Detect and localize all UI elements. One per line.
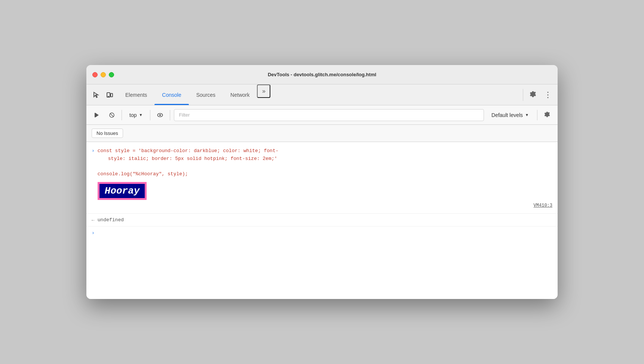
inspect-element-button[interactable] (89, 88, 103, 102)
devtools-window: DevTools - devtools.glitch.me/console/lo… (86, 65, 558, 299)
console-output: › const style = 'background-color: darkb… (86, 142, 558, 299)
code-line-1: const style = 'background-color: darkblu… (98, 147, 552, 155)
toolbar-divider-1 (122, 110, 122, 120)
no-issues-button[interactable]: No Issues (92, 129, 123, 138)
traffic-lights (92, 72, 114, 77)
undefined-value: undefined (98, 217, 124, 223)
context-dropdown[interactable]: top ▼ (126, 111, 146, 120)
tabs-right-icons (526, 88, 555, 102)
svg-point-4 (548, 94, 549, 95)
more-dots-icon (547, 92, 549, 98)
tab-console[interactable]: Console (154, 84, 188, 105)
minimize-button[interactable] (101, 72, 106, 77)
clear-console-button[interactable] (91, 109, 103, 121)
cursor-icon (93, 92, 99, 98)
play-icon (94, 112, 100, 118)
code-line-3: console.log("%cHooray", style); (98, 170, 552, 178)
undefined-entry: ← undefined (86, 214, 558, 226)
eye-button[interactable] (154, 109, 166, 121)
default-levels-button[interactable]: Default levels ▼ (487, 111, 533, 120)
code-line-2: style: italic; border: 5px solid hotpink… (98, 155, 552, 163)
dropdown-arrow-icon: ▼ (139, 113, 142, 117)
return-arrow-icon: ← (92, 218, 95, 223)
svg-line-9 (110, 113, 114, 117)
title-bar: DevTools - devtools.glitch.me/console/lo… (86, 65, 558, 84)
console-settings-button[interactable] (541, 109, 553, 121)
svg-rect-7 (95, 113, 95, 117)
toolbar-divider (523, 89, 523, 101)
svg-point-11 (159, 114, 161, 116)
code-entry: › const style = 'background-color: darkb… (86, 142, 558, 214)
code-block: const style = 'background-color: darkblu… (98, 147, 552, 208)
hooray-styled-output: Hooray (98, 182, 147, 200)
toolbar-divider-4 (537, 110, 537, 120)
prompt-arrow: › (92, 230, 95, 236)
svg-rect-1 (111, 93, 113, 97)
device-toolbar-button[interactable] (103, 88, 116, 102)
settings-button[interactable] (526, 88, 540, 102)
more-options-button[interactable] (541, 88, 555, 102)
close-button[interactable] (92, 72, 98, 77)
code-line-spacer (98, 163, 552, 171)
no-cors-button[interactable] (106, 109, 118, 121)
toolbar-divider-3 (170, 110, 170, 120)
issues-bar: No Issues (86, 125, 558, 142)
entry-expand-arrow[interactable]: › (92, 148, 95, 154)
tab-list: Elements Console Sources Network » (118, 84, 520, 105)
maximize-button[interactable] (109, 72, 114, 77)
block-icon (109, 112, 115, 118)
hooray-output-container: Hooray (98, 182, 147, 200)
levels-arrow-icon: ▼ (525, 113, 529, 117)
settings-gear-icon (544, 112, 551, 118)
device-icon (106, 92, 113, 98)
toolbar-divider-2 (150, 110, 150, 120)
devtools-tab-bar: Elements Console Sources Network » (86, 84, 558, 105)
vm-source-link[interactable]: VM410:3 (534, 182, 552, 208)
tab-overflow-button[interactable]: » (257, 84, 270, 98)
eye-icon (157, 112, 163, 118)
console-toolbar: top ▼ Default levels ▼ (86, 105, 558, 125)
prompt-entry[interactable]: › (86, 226, 558, 239)
tab-elements[interactable]: Elements (118, 84, 154, 105)
tab-sources[interactable]: Sources (189, 84, 223, 105)
tab-network[interactable]: Network (223, 84, 257, 105)
window-title: DevTools - devtools.glitch.me/console/lo… (268, 72, 376, 77)
svg-point-5 (548, 97, 549, 98)
filter-input[interactable] (174, 109, 484, 121)
svg-point-3 (548, 92, 549, 93)
svg-marker-6 (95, 113, 99, 117)
gear-icon (529, 91, 537, 99)
